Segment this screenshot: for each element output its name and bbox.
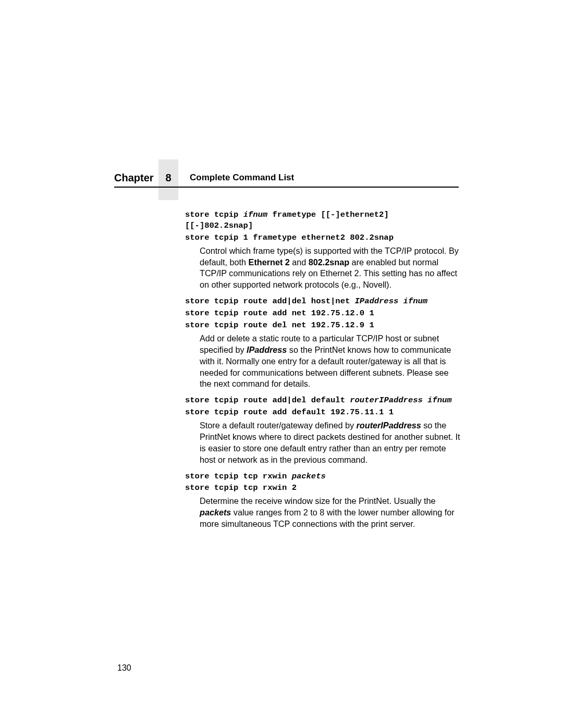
desc-param: packets bbox=[200, 508, 231, 517]
desc-param: IPaddress bbox=[247, 345, 287, 354]
cmd-param: IPaddress ifnum bbox=[355, 297, 428, 306]
command-syntax: store tcpip route add|del default router… bbox=[185, 395, 461, 406]
command-example: store tcpip route del net 192.75.12.9 1 bbox=[185, 320, 461, 331]
command-syntax: store tcpip ifnum frametype [[-]ethernet… bbox=[185, 209, 461, 231]
command-description: Control which frame type(s) is supported… bbox=[200, 245, 461, 291]
chapter-number-box: 8 bbox=[158, 159, 178, 200]
command-syntax: store tcpip route add|del host|net IPadd… bbox=[185, 296, 461, 307]
command-example: store tcpip 1 frametype ethernet2 802.2s… bbox=[185, 232, 461, 243]
cmd-text: store tcpip bbox=[185, 210, 243, 219]
command-block-rxwin: store tcpip tcp rxwin packets store tcpi… bbox=[185, 471, 461, 530]
desc-strong: Ethernet 2 bbox=[249, 257, 290, 267]
cmd-text: store tcpip route add|del host|net bbox=[185, 297, 355, 306]
desc-text: value ranges from 2 to 8 with the lower … bbox=[200, 508, 455, 528]
command-block-default-route: store tcpip route add|del default router… bbox=[185, 395, 461, 465]
cmd-param: packets bbox=[292, 472, 326, 481]
cmd-text: store tcpip tcp rxwin bbox=[185, 472, 292, 481]
desc-text: Determine the receive window size for th… bbox=[200, 496, 436, 505]
header-underline bbox=[114, 187, 459, 188]
command-description: Add or delete a static route to a partic… bbox=[200, 333, 461, 390]
cmd-param: routerIPaddress ifnum bbox=[350, 396, 451, 405]
chapter-word: Chapter bbox=[114, 172, 154, 184]
desc-text: Store a default router/gateway defined b… bbox=[200, 421, 357, 430]
page: Chapter 8 Complete Command List store tc… bbox=[0, 0, 563, 728]
desc-strong: 802.2snap bbox=[309, 257, 349, 267]
command-block-frametype: store tcpip ifnum frametype [[-]ethernet… bbox=[185, 209, 461, 291]
chapter-number: 8 bbox=[165, 172, 171, 183]
command-description: Determine the receive window size for th… bbox=[200, 496, 461, 530]
cmd-text: store tcpip route add|del default bbox=[185, 396, 350, 405]
command-syntax: store tcpip tcp rxwin packets bbox=[185, 471, 461, 482]
section-title: Complete Command List bbox=[190, 172, 294, 183]
cmd-param: ifnum bbox=[243, 210, 268, 219]
command-example: store tcpip tcp rxwin 2 bbox=[185, 483, 461, 493]
command-example: store tcpip route add default 192.75.11.… bbox=[185, 407, 461, 418]
content-area: store tcpip ifnum frametype [[-]ethernet… bbox=[185, 208, 461, 535]
command-description: Store a default router/gateway defined b… bbox=[200, 420, 461, 465]
chapter-header: Chapter 8 Complete Command List bbox=[114, 172, 474, 184]
page-number: 130 bbox=[117, 663, 131, 673]
command-example: store tcpip route add net 192.75.12.0 1 bbox=[185, 308, 461, 319]
command-block-route: store tcpip route add|del host|net IPadd… bbox=[185, 296, 461, 390]
desc-param: routerIPaddress bbox=[357, 421, 421, 430]
desc-text: and bbox=[290, 257, 309, 267]
